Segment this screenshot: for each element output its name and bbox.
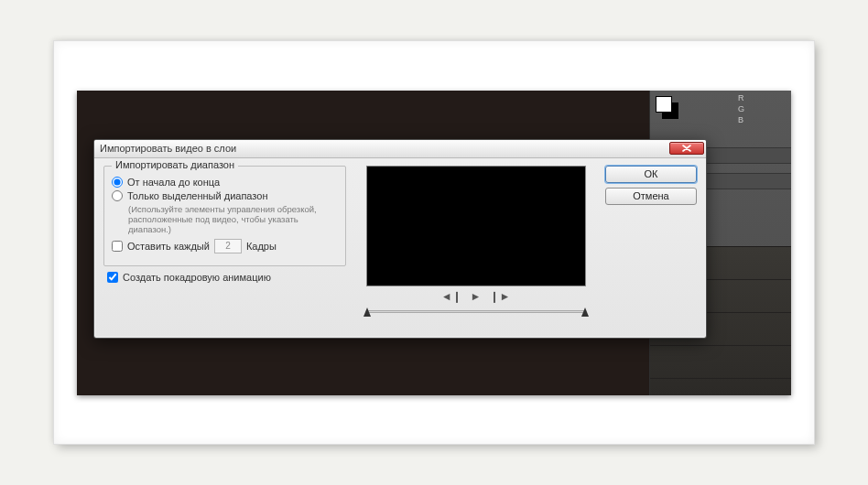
close-button[interactable] — [669, 142, 704, 155]
dialog-title: Импортировать видео в слои — [100, 143, 669, 154]
leave-every-label: Оставить каждый — [127, 241, 210, 252]
trim-slider[interactable] — [363, 305, 589, 321]
range-fieldset: Импортировать диапазон От начала до конц… — [103, 166, 346, 266]
label-r: R — [738, 92, 744, 103]
action-column: ОК Отмена — [605, 166, 697, 321]
range-legend: Импортировать диапазон — [112, 159, 238, 170]
color-swatches — [656, 96, 679, 120]
prev-frame-button[interactable]: ◄❙ — [441, 290, 461, 303]
checkbox-leave-every[interactable] — [112, 241, 123, 252]
import-video-dialog: Импортировать видео в слои Импортировать… — [93, 139, 707, 339]
range-hint: (Используйте элементы управления обрезко… — [128, 204, 338, 235]
titlebar[interactable]: Импортировать видео в слои — [94, 140, 706, 158]
radio-from-start[interactable] — [112, 177, 123, 188]
radio-from-start-label: От начала до конца — [127, 177, 220, 188]
next-frame-button[interactable]: ❙► — [490, 290, 510, 303]
label-g: G — [738, 103, 744, 114]
radio-selected-range[interactable] — [112, 190, 123, 201]
rgb-labels: R G B — [738, 92, 744, 125]
label-b: B — [738, 114, 744, 125]
preview-column: ◄❙ ► ❙► — [353, 166, 598, 321]
app-background: R G B стили ректи Импортировать видео в … — [77, 91, 791, 395]
transport-controls: ◄❙ ► ❙► — [441, 290, 511, 303]
checkbox-make-animation[interactable] — [107, 272, 118, 283]
radio-selected-range-label: Только выделенный диапазон — [127, 190, 267, 201]
ok-button[interactable]: ОК — [605, 166, 697, 183]
make-animation-label: Создать покадровую анимацию — [123, 272, 271, 283]
outer-frame: R G B стили ректи Импортировать видео в … — [54, 41, 814, 444]
leave-every-input[interactable] — [214, 239, 242, 253]
trim-handle-end[interactable] — [581, 307, 589, 317]
options-column: Импортировать диапазон От начала до конц… — [103, 166, 346, 321]
play-button[interactable]: ► — [471, 290, 482, 303]
frames-label: Кадры — [246, 241, 277, 252]
close-icon — [682, 145, 691, 152]
slider-track — [367, 310, 585, 313]
cancel-button[interactable]: Отмена — [605, 188, 697, 205]
video-preview — [366, 166, 586, 286]
trim-handle-start[interactable] — [363, 307, 371, 317]
